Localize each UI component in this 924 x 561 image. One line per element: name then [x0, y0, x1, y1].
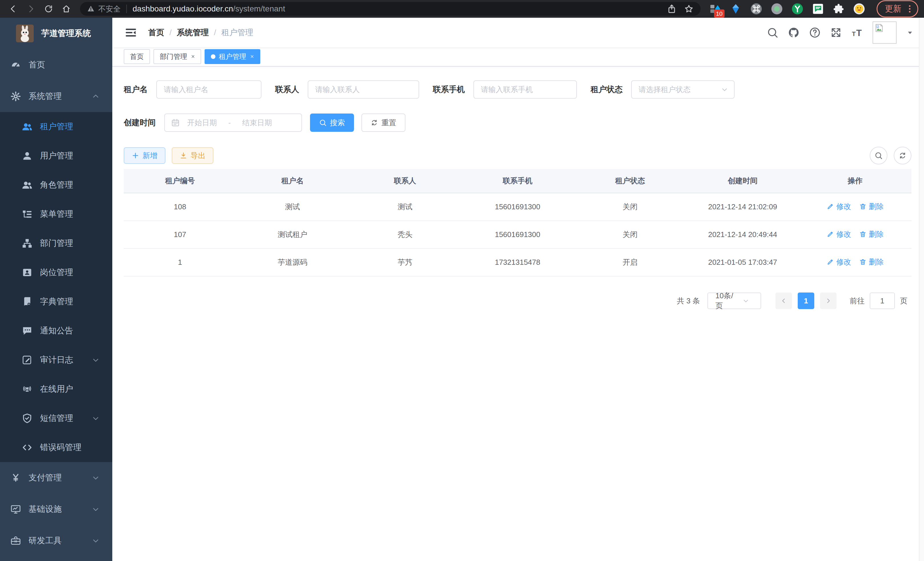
browser-update-button[interactable]: 更新 [877, 0, 918, 17]
cell-contact: 芋艿 [349, 248, 461, 276]
contact-label: 联系人 [275, 84, 299, 95]
gear-icon [10, 91, 21, 102]
sidebar-item-label: 菜单管理 [40, 208, 73, 220]
refresh-button[interactable] [894, 147, 911, 164]
sidebar-item-通知公告[interactable]: 通知公告 [0, 316, 112, 345]
date-range-picker[interactable]: 开始日期 - 结束日期 [164, 114, 302, 132]
browser-forward-button[interactable] [23, 2, 38, 16]
tag-部门管理[interactable]: 部门管理× [153, 49, 201, 64]
extension-command[interactable] [750, 3, 762, 15]
extension-tiles[interactable]: 10 [709, 3, 721, 15]
sidebar-item-基础设施[interactable]: 基础设施 [0, 493, 112, 525]
sidebar-item-用户管理[interactable]: 用户管理 [0, 141, 112, 170]
edit-link[interactable]: 修改 [826, 202, 851, 212]
reset-button-label: 重置 [381, 118, 396, 128]
app-logo[interactable]: 芋道管理系统 [0, 18, 112, 49]
bookmark-star-icon[interactable] [684, 4, 694, 14]
font-size-icon[interactable]: TT [851, 27, 863, 38]
sidebar-item-在线用户[interactable]: 在线用户 [0, 375, 112, 404]
browser-menu-dots-icon[interactable] [905, 4, 915, 14]
extensions-puzzle-button[interactable] [832, 3, 844, 15]
sidebar-item-系统管理[interactable]: 系统管理 [0, 81, 112, 112]
share-icon[interactable] [667, 4, 676, 14]
chevron-up-icon [92, 92, 100, 100]
sidebar-item-label: 在线用户 [40, 384, 73, 395]
user-icon [22, 150, 33, 161]
chevron-down-icon [92, 505, 100, 513]
pencil-icon [826, 258, 834, 266]
browser-home-button[interactable] [59, 2, 74, 16]
cell-mobile: 15601691300 [461, 193, 574, 221]
sidebar-item-首页[interactable]: 首页 [0, 49, 112, 81]
avatar-caret-icon[interactable] [906, 29, 914, 36]
browser-profile-avatar[interactable] [853, 3, 865, 15]
github-icon[interactable] [788, 27, 800, 38]
column-header-1: 租户名 [236, 169, 349, 193]
fullscreen-icon[interactable] [830, 27, 842, 38]
puzzle-icon [832, 3, 844, 15]
export-button-label: 导出 [190, 151, 206, 161]
status-select[interactable]: 请选择租户状态 [631, 80, 735, 99]
badge-icon [22, 267, 33, 278]
sidebar-item-审计日志[interactable]: 审计日志 [0, 345, 112, 375]
reset-button[interactable]: 重置 [362, 114, 405, 132]
help-icon[interactable] [809, 27, 820, 38]
browser-reload-button[interactable] [41, 2, 56, 16]
sidebar-item-支付管理[interactable]: 支付管理 [0, 462, 112, 493]
sidebar-item-角色管理[interactable]: 角色管理 [0, 170, 112, 200]
extension-y[interactable] [791, 3, 803, 15]
page-1-button[interactable]: 1 [798, 293, 814, 309]
header-search-icon[interactable] [767, 27, 778, 38]
tag-首页[interactable]: 首页 [124, 49, 150, 64]
sidebar-item-岗位管理[interactable]: 岗位管理 [0, 258, 112, 287]
avatar[interactable] [873, 21, 897, 44]
browser-back-button[interactable] [6, 2, 21, 16]
breadcrumb-item-0[interactable]: 首页 [148, 27, 164, 38]
sidebar-item-错误码管理[interactable]: 错误码管理 [0, 433, 112, 462]
extension-chat[interactable] [812, 3, 824, 15]
delete-link[interactable]: 删除 [859, 202, 884, 212]
sidebar-item-部门管理[interactable]: 部门管理 [0, 229, 112, 258]
sidebar-item-研发工具[interactable]: 研发工具 [0, 525, 112, 556]
show-search-button[interactable] [870, 147, 887, 164]
edit-link[interactable]: 修改 [826, 257, 851, 267]
sidebar-collapse-icon[interactable] [125, 27, 137, 39]
sidebar-item-租户管理[interactable]: 租户管理 [0, 112, 112, 141]
edit-link-label: 修改 [836, 229, 851, 239]
breadcrumb-item-1[interactable]: 系统管理 [177, 27, 209, 38]
address-bar[interactable]: 不安全 dashboard.yudao.iocoder.cn/system/te… [80, 2, 700, 16]
contact-input[interactable] [308, 80, 419, 99]
home-icon [62, 4, 71, 14]
cell-id: 108 [124, 193, 236, 221]
tag-close-icon[interactable]: × [250, 53, 254, 60]
page-size-select[interactable]: 10条/页 [707, 293, 761, 309]
tenant-name-input[interactable] [156, 80, 261, 99]
edit-link[interactable]: 修改 [826, 229, 851, 239]
add-button[interactable]: 新增 [124, 147, 165, 164]
mobile-input[interactable] [473, 80, 577, 99]
tag-close-icon[interactable]: × [191, 53, 195, 60]
sidebar-item-label: 首页 [28, 59, 45, 71]
extension-recorder[interactable] [771, 3, 783, 15]
tag-租户管理[interactable]: 租户管理× [205, 49, 260, 64]
sidebar-item-菜单管理[interactable]: 菜单管理 [0, 200, 112, 229]
goto-page-input[interactable] [870, 293, 895, 309]
column-header-3: 联系手机 [461, 169, 574, 193]
tag-label: 部门管理 [160, 52, 187, 61]
cell-mobile: 15601691300 [461, 221, 574, 248]
sidebar-item-字典管理[interactable]: 字典管理 [0, 287, 112, 316]
next-page-button[interactable] [820, 293, 837, 309]
search-button[interactable]: 搜索 [310, 114, 354, 132]
navbar: 首页/系统管理/租户管理 TT [112, 18, 924, 47]
page-scrollbar[interactable] [919, 18, 924, 561]
prev-page-button[interactable] [776, 293, 792, 309]
chevron-down-icon [92, 537, 100, 545]
sidebar-item-短信管理[interactable]: 短信管理 [0, 404, 112, 433]
trash-icon [859, 203, 867, 210]
extension-kite[interactable] [730, 3, 742, 15]
calendar-icon [171, 118, 180, 127]
export-button[interactable]: 导出 [172, 147, 213, 164]
edit-icon [22, 355, 33, 365]
delete-link[interactable]: 删除 [859, 257, 884, 267]
delete-link[interactable]: 删除 [859, 229, 884, 239]
